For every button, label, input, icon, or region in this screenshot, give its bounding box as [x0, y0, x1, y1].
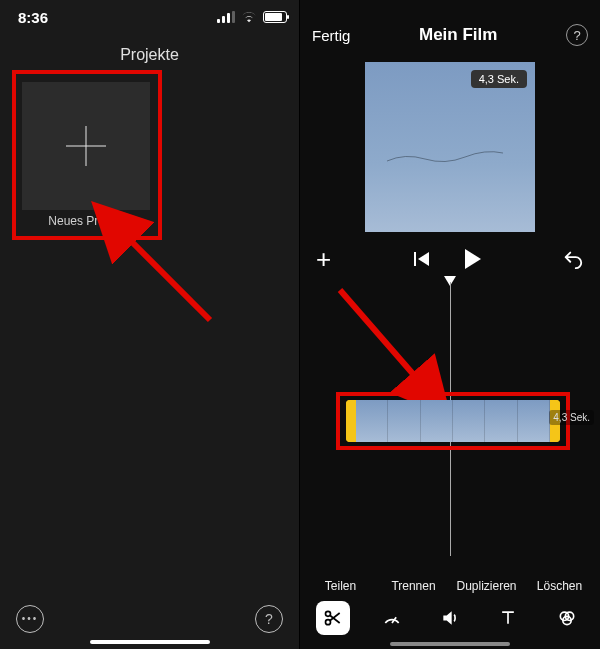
wifi-icon — [241, 11, 257, 23]
home-indicator[interactable] — [90, 640, 210, 644]
filters-tool-button[interactable] — [550, 601, 584, 635]
skip-back-icon — [413, 250, 431, 268]
status-bar: 8:36 — [0, 0, 299, 28]
projects-title: Projekte — [0, 46, 299, 64]
share-action[interactable]: Teilen — [304, 579, 377, 593]
done-button[interactable]: Fertig — [312, 27, 350, 44]
clip-thumbnails — [356, 400, 550, 442]
cellular-signal-icon — [217, 11, 235, 23]
undo-icon — [562, 248, 584, 270]
editor-screen: Fertig Mein Film ? 4,3 Sek. + — [300, 0, 600, 649]
new-project-button[interactable] — [22, 82, 150, 210]
new-project-label: Neues Projekt — [22, 214, 150, 228]
speedometer-icon — [382, 608, 402, 628]
timeline[interactable]: 4,3 Sek. — [300, 282, 600, 552]
svg-line-6 — [340, 290, 420, 382]
timeline-clip[interactable] — [346, 400, 560, 442]
project-title[interactable]: Mein Film — [419, 25, 497, 45]
svg-point-8 — [326, 620, 331, 625]
volume-tool-button[interactable] — [433, 601, 467, 635]
status-time: 8:36 — [18, 9, 48, 26]
tool-row — [300, 595, 600, 641]
text-icon — [498, 608, 518, 628]
video-preview[interactable]: 4,3 Sek. — [365, 62, 535, 232]
undo-button[interactable] — [562, 248, 584, 270]
svg-line-0 — [125, 235, 210, 320]
speed-tool-button[interactable] — [375, 601, 409, 635]
text-tool-button[interactable] — [491, 601, 525, 635]
home-indicator[interactable] — [390, 642, 510, 646]
cut-tool-button[interactable] — [316, 601, 350, 635]
annotation-arrow — [310, 282, 450, 402]
status-icons — [217, 11, 287, 23]
duration-badge: 4,3 Sek. — [471, 70, 527, 88]
delete-action[interactable]: Löschen — [523, 579, 596, 593]
question-icon: ? — [573, 28, 580, 43]
add-media-button[interactable]: + — [316, 246, 331, 272]
question-icon: ? — [265, 611, 273, 627]
battery-icon — [263, 11, 287, 23]
svg-point-7 — [326, 611, 331, 616]
more-options-button[interactable]: ••• — [16, 605, 44, 633]
speaker-icon — [440, 608, 460, 628]
preview-content — [385, 147, 505, 167]
clip-action-row: Teilen Trennen Duplizieren Löschen — [300, 579, 600, 593]
skip-to-start-button[interactable] — [413, 250, 431, 268]
scissors-icon — [323, 608, 343, 628]
svg-rect-5 — [414, 252, 416, 266]
ellipsis-icon: ••• — [22, 614, 39, 624]
clip-duration-label: 4,3 Sek. — [549, 410, 594, 425]
projects-screen: 8:36 Projekte Neues Projekt ••• ? — [0, 0, 300, 649]
split-action[interactable]: Trennen — [377, 579, 450, 593]
filters-icon — [557, 608, 577, 628]
help-button[interactable]: ? — [566, 24, 588, 46]
clip-left-handle[interactable] — [346, 400, 356, 442]
plus-icon — [66, 126, 106, 166]
help-button[interactable]: ? — [255, 605, 283, 633]
duplicate-action[interactable]: Duplizieren — [450, 579, 523, 593]
play-button[interactable] — [465, 249, 481, 269]
